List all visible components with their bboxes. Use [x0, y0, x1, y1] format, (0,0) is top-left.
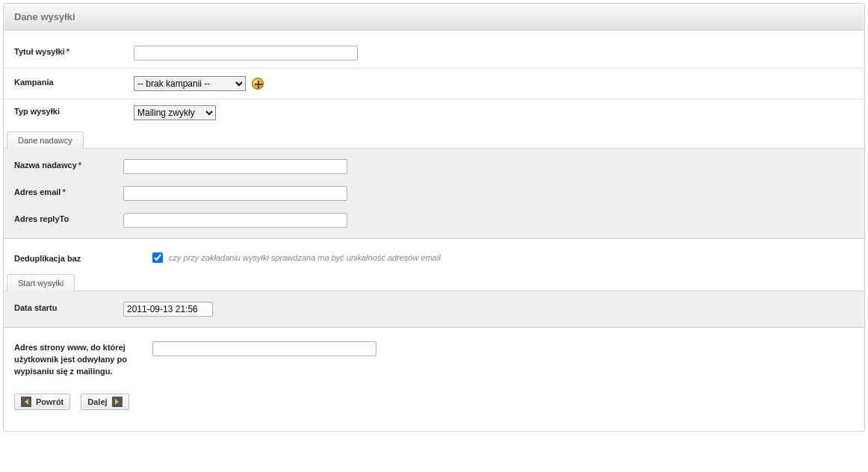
unsub-url-input[interactable]	[152, 341, 376, 356]
label-sender-reply: Adres replyTo	[14, 213, 123, 225]
label-title: Tytuł wysyłki*	[14, 46, 134, 58]
label-sender-email: Adres email*	[14, 186, 123, 198]
row-sender-email: Adres email*	[4, 180, 864, 207]
required-marker: *	[62, 187, 65, 196]
label-sender-name: Nazwa nadawcy*	[14, 159, 123, 171]
label-type: Typ wysyłki	[14, 105, 134, 117]
panel-title: Dane wysyłki	[4, 4, 864, 31]
label-campaign: Kampania	[14, 76, 134, 88]
row-unsub-url: Adres strony www, do której użytkownik j…	[4, 328, 864, 383]
arrow-right-icon	[112, 397, 123, 407]
label-start-date: Data startu	[14, 302, 123, 314]
required-marker: *	[66, 47, 69, 56]
next-button-label: Dalej	[87, 397, 107, 406]
row-campaign: Kampania -- brak kampanii --	[4, 69, 864, 99]
type-select[interactable]: Mailing zwykły	[134, 105, 216, 120]
required-marker: *	[78, 161, 81, 170]
row-dedup: Deduplikacja baz czy przy zakładaniu wys…	[4, 239, 864, 269]
dedup-hint: czy przy zakładaniu wysyłki sprawdzana m…	[169, 253, 441, 262]
label-sender-name-text: Nazwa nadawcy	[14, 161, 77, 170]
start-section: Start wysyłki Data startu	[4, 273, 864, 328]
row-sender-name: Nazwa nadawcy*	[4, 153, 864, 180]
label-sender-email-text: Adres email	[14, 187, 61, 196]
sender-tab[interactable]: Dane nadawcy	[7, 131, 84, 149]
dedup-checkbox[interactable]	[152, 252, 163, 263]
back-button-label: Powrót	[36, 397, 63, 406]
panel-body: Tytuł wysyłki* Kampania -- brak kampanii…	[4, 31, 864, 431]
next-button[interactable]: Dalej	[81, 394, 128, 410]
start-tab[interactable]: Start wysyłki	[7, 274, 75, 291]
title-input[interactable]	[134, 46, 358, 60]
start-body: Data startu	[4, 291, 864, 328]
row-sender-reply: Adres replyTo	[4, 207, 864, 234]
row-start-date: Data startu	[4, 296, 864, 323]
sender-body: Nazwa nadawcy* Adres email* Adres reply	[4, 148, 864, 239]
label-unsub-url: Adres strony www, do której użytkownik j…	[14, 341, 152, 377]
sender-email-input[interactable]	[123, 186, 347, 201]
label-title-text: Tytuł wysyłki	[14, 47, 65, 56]
footer-buttons: Powrót Dalej	[4, 383, 864, 420]
campaign-select[interactable]: -- brak kampanii --	[134, 76, 246, 91]
row-type: Typ wysyłki Mailing zwykły	[4, 99, 864, 126]
sender-section: Dane nadawcy Nazwa nadawcy* Adres email*	[4, 131, 864, 239]
shipment-data-panel: Dane wysyłki Tytuł wysyłki* Kampania -- …	[3, 3, 865, 432]
row-title: Tytuł wysyłki*	[4, 38, 864, 69]
add-campaign-icon[interactable]	[252, 78, 264, 90]
arrow-left-icon	[21, 397, 31, 407]
start-date-input[interactable]	[123, 302, 213, 317]
back-button[interactable]: Powrót	[14, 394, 70, 410]
sender-reply-input[interactable]	[123, 213, 347, 228]
label-dedup: Deduplikacja baz	[14, 252, 152, 264]
sender-name-input[interactable]	[123, 159, 347, 174]
